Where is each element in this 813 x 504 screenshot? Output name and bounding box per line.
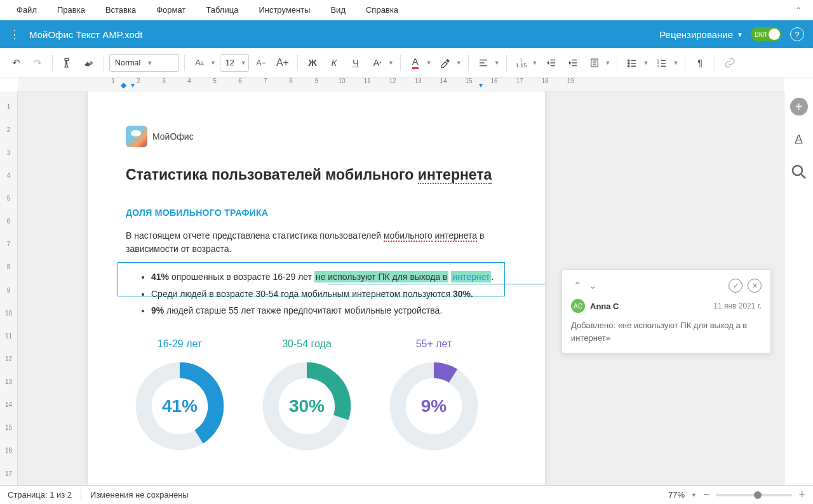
comment-author: Anna C <box>590 302 619 311</box>
more-text-dropdown[interactable]: ▼ <box>388 60 394 66</box>
page[interactable]: МойОфис Статистика пользователей мобильн… <box>88 91 545 485</box>
help-icon[interactable]: ? <box>790 27 804 41</box>
chart-title: 30-54 года <box>282 338 332 350</box>
svg-line-32 <box>801 175 805 178</box>
clear-format-icon[interactable] <box>79 53 98 72</box>
redo-icon[interactable]: ↷ <box>28 53 47 72</box>
page-setup-icon[interactable] <box>585 53 604 72</box>
decrease-indent-icon[interactable] <box>542 53 561 72</box>
italic-icon[interactable]: К <box>325 53 344 72</box>
line-spacing-icon[interactable]: ↕1.15 <box>512 53 531 72</box>
svg-point-13 <box>628 60 629 61</box>
font-color-dropdown[interactable]: ▼ <box>426 60 432 66</box>
page-setup-dropdown[interactable]: ▼ <box>605 60 611 66</box>
align-dropdown[interactable]: ▼ <box>494 60 500 66</box>
chart-value: 30% <box>259 359 354 454</box>
list-item[interactable]: 9% людей старше 55 лет также предпочитаю… <box>151 302 507 319</box>
comment-connector <box>328 284 545 284</box>
highlight-icon[interactable] <box>436 53 455 72</box>
review-toggle[interactable]: ВКЛ <box>751 27 781 41</box>
horizontal-ruler[interactable]: 12345678910111213141516171819 ◆ ▾ ▾ <box>18 77 784 91</box>
search-icon[interactable] <box>789 162 809 182</box>
title-bar: ⋮ МойОфис Текст AMP.xodt Рецензирование▼… <box>0 20 813 48</box>
comment-date: 11 янв 2021 г. <box>713 302 762 310</box>
comment-panel[interactable]: ⌃⌄ ✓ ✕ AC Anna C 11 янв 2021 г. Добавлен… <box>561 269 771 354</box>
heading-2[interactable]: ДОЛЯ МОБИЛЬНОГО ТРАФИКА <box>126 208 507 218</box>
numbered-list-icon[interactable]: 123 <box>652 53 671 72</box>
zoom-in-icon[interactable]: + <box>798 488 805 501</box>
zoom-dropdown-icon[interactable]: ▼ <box>691 492 697 498</box>
font-color-icon[interactable]: A <box>406 53 425 72</box>
menu-help[interactable]: Справка <box>356 5 408 15</box>
zoom-value[interactable]: 77% <box>668 490 685 500</box>
document-canvas[interactable]: МойОфис Статистика пользователей мобильн… <box>18 91 784 485</box>
avatar: AC <box>571 299 585 313</box>
chart-title: 55+ лет <box>416 338 452 350</box>
bullet-list-icon[interactable] <box>622 53 642 72</box>
bold-icon[interactable]: Ж <box>303 53 322 72</box>
zoom-slider[interactable] <box>716 494 792 496</box>
add-comment-icon[interactable]: + <box>790 98 808 116</box>
comment-accept-icon[interactable]: ✓ <box>729 279 742 293</box>
svg-point-15 <box>628 62 629 63</box>
zoom-out-icon[interactable]: − <box>703 488 710 501</box>
font-family-dropdown[interactable]: ▼ <box>210 60 216 66</box>
menu-view[interactable]: Вид <box>320 5 356 15</box>
numbered-list-dropdown[interactable]: ▼ <box>673 60 678 66</box>
bullet-list[interactable]: 41% опрошенных в возрасте 16-29 лет не и… <box>126 269 507 319</box>
page-indicator[interactable]: Страница: 1 из 2 <box>8 490 72 500</box>
font-size-dropdown[interactable]: 12▼ <box>220 54 249 72</box>
increase-font-icon[interactable]: A+ <box>273 53 292 72</box>
increase-indent-icon[interactable] <box>563 53 582 72</box>
paragraph[interactable]: В настоящем отчете представлена статисти… <box>126 229 507 256</box>
collapse-ribbon-icon[interactable]: ⌃ <box>790 6 807 15</box>
more-text-icon[interactable]: A▪ <box>368 53 387 72</box>
bullet-list-dropdown[interactable]: ▼ <box>643 60 648 66</box>
indent-marker-right[interactable]: ▾ <box>479 81 483 90</box>
menu-bar: Файл Правка Вставка Формат Таблица Инстр… <box>0 0 813 20</box>
list-item[interactable]: 41% опрошенных в возрасте 16-29 лет не и… <box>151 269 507 286</box>
comment-reject-icon[interactable]: ✕ <box>748 279 762 293</box>
document-title: МойОфис Текст AMP.xodt <box>29 29 659 40</box>
menu-table[interactable]: Таблица <box>196 5 248 15</box>
paint-format-icon[interactable] <box>58 53 77 72</box>
indent-marker-left[interactable]: ◆ <box>121 81 126 90</box>
menu-insert[interactable]: Вставка <box>95 5 146 15</box>
decrease-font-icon[interactable]: A− <box>252 53 271 72</box>
indent-marker-first[interactable]: ▾ <box>131 81 135 90</box>
menu-tools[interactable]: Инструменты <box>248 5 320 15</box>
comment-body: Добавлено: «не используют ПК для выход а… <box>571 319 762 344</box>
link-icon[interactable] <box>720 53 739 72</box>
align-icon[interactable] <box>474 53 493 72</box>
style-dropdown[interactable]: Normal▼ <box>109 54 179 72</box>
chart-1: 16-29 лет 41% <box>132 338 227 454</box>
side-panel: + A <box>784 91 813 485</box>
save-status: Изменения не сохранены <box>90 490 189 500</box>
logo-icon <box>126 126 147 147</box>
comment-prev-icon[interactable]: ⌃ <box>571 280 584 291</box>
chart-title: 16-29 лет <box>158 338 202 350</box>
font-panel-icon[interactable]: A <box>789 129 809 149</box>
heading-1[interactable]: Статистика пользователей мобильного инте… <box>126 166 507 183</box>
menu-file[interactable]: Файл <box>6 5 47 15</box>
logo-text: МойОфис <box>152 131 194 142</box>
menu-format[interactable]: Формат <box>146 5 196 15</box>
vertical-ruler[interactable]: 1234567891011121314151617 <box>0 91 18 485</box>
svg-point-17 <box>628 65 629 67</box>
undo-icon[interactable]: ↶ <box>6 53 25 72</box>
font-family-icon[interactable]: Aa <box>190 53 209 72</box>
underline-icon[interactable]: Ч <box>346 53 365 72</box>
charts-row: 16-29 лет 41% 30-54 года 30% 55+ лет <box>126 338 507 454</box>
line-spacing-dropdown[interactable]: ▼ <box>532 60 538 66</box>
highlight-dropdown[interactable]: ▼ <box>456 60 462 66</box>
paragraph-icon[interactable]: ¶ <box>690 53 709 72</box>
chart-value: 9% <box>386 359 481 454</box>
chart-value: 41% <box>132 359 227 454</box>
comment-next-icon[interactable]: ⌄ <box>586 280 599 291</box>
menu-edit[interactable]: Правка <box>47 5 95 15</box>
list-item[interactable]: Среди людей в возрасте 30-54 года мобиль… <box>151 286 507 303</box>
svg-point-31 <box>793 166 802 175</box>
apps-icon[interactable]: ⋮ <box>9 27 20 41</box>
review-dropdown[interactable]: Рецензирование▼ <box>659 29 743 40</box>
toolbar: ↶ ↷ Normal▼ Aa▼ 12▼ A− A+ Ж К Ч A▪▼ A▼ ▼… <box>0 48 813 77</box>
